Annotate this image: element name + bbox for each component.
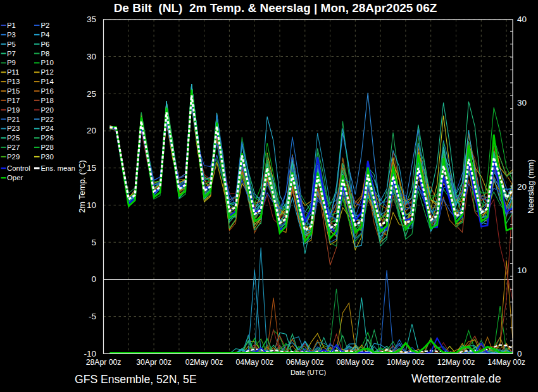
svg-text:Oper: Oper — [7, 174, 23, 181]
svg-text:P27: P27 — [7, 144, 20, 151]
svg-text:P12: P12 — [41, 68, 54, 76]
svg-text:20: 20 — [517, 182, 527, 192]
svg-text:P25: P25 — [7, 134, 20, 142]
svg-text:12May 00z: 12May 00z — [437, 358, 475, 367]
svg-text:Neerslag (mm): Neerslag (mm) — [526, 159, 535, 214]
svg-text:P15: P15 — [7, 87, 20, 95]
svg-text:P22: P22 — [41, 116, 54, 123]
svg-text:P9: P9 — [7, 59, 16, 66]
svg-text:-10: -10 — [84, 349, 96, 358]
svg-text:P10: P10 — [41, 59, 54, 66]
svg-text:P19: P19 — [7, 106, 20, 114]
svg-text:Control: Control — [7, 164, 30, 172]
svg-text:P23: P23 — [7, 125, 20, 132]
svg-text:GFS Ensemble, 52N, 5E: GFS Ensemble, 52N, 5E — [75, 373, 197, 386]
svg-text:De Bilt (NL) 2m Temp. & Neer: De Bilt (NL) 2m Temp. & Neerslag | Mon, … — [114, 1, 437, 15]
svg-text:28Apr 00z: 28Apr 00z — [86, 358, 122, 367]
svg-text:P3: P3 — [7, 31, 16, 39]
svg-text:20: 20 — [87, 126, 96, 135]
svg-text:40: 40 — [517, 15, 527, 24]
svg-text:14May 00z: 14May 00z — [487, 358, 525, 367]
svg-text:08May 00z: 08May 00z — [337, 358, 375, 367]
svg-text:P5: P5 — [7, 40, 16, 48]
svg-text:P1: P1 — [7, 21, 16, 29]
svg-text:30: 30 — [87, 52, 96, 61]
svg-text:2m Temp. (°C): 2m Temp. (°C) — [77, 160, 87, 213]
svg-text:P2: P2 — [41, 21, 50, 29]
svg-text:35: 35 — [87, 15, 96, 24]
svg-text:P29: P29 — [7, 153, 20, 161]
svg-text:Wetterzentrale.de: Wetterzentrale.de — [411, 372, 501, 385]
svg-text:P20: P20 — [41, 106, 54, 114]
svg-text:06May 00z: 06May 00z — [286, 358, 324, 367]
svg-text:30: 30 — [517, 98, 527, 107]
svg-text:15: 15 — [87, 163, 96, 173]
svg-text:P24: P24 — [41, 125, 54, 132]
svg-text:10: 10 — [87, 200, 96, 210]
svg-text:P28: P28 — [41, 144, 54, 151]
svg-text:P4: P4 — [41, 31, 50, 39]
svg-text:0: 0 — [517, 349, 522, 358]
svg-text:30Apr 00z: 30Apr 00z — [136, 358, 172, 367]
svg-text:P6: P6 — [41, 40, 50, 48]
svg-text:P26: P26 — [41, 134, 54, 142]
svg-text:P11: P11 — [7, 68, 19, 76]
svg-text:Date (UTC): Date (UTC) — [291, 369, 326, 376]
svg-text:P21: P21 — [7, 116, 20, 123]
svg-text:P14: P14 — [41, 78, 54, 85]
svg-text:25: 25 — [87, 89, 96, 99]
svg-text:P17: P17 — [7, 97, 20, 104]
svg-text:P16: P16 — [41, 87, 54, 95]
svg-text:0: 0 — [91, 274, 96, 284]
svg-text:5: 5 — [91, 238, 96, 247]
svg-text:-5: -5 — [89, 312, 96, 321]
svg-text:P30: P30 — [41, 153, 54, 161]
svg-text:04May 00z: 04May 00z — [235, 358, 273, 367]
svg-text:02May 00z: 02May 00z — [185, 358, 223, 367]
svg-text:Ens. mean: Ens. mean — [41, 164, 75, 172]
svg-text:P18: P18 — [41, 97, 54, 104]
svg-text:P7: P7 — [7, 50, 16, 58]
svg-text:P8: P8 — [41, 50, 50, 58]
svg-text:P13: P13 — [7, 78, 20, 85]
svg-text:10: 10 — [517, 266, 527, 275]
svg-text:10May 00z: 10May 00z — [387, 358, 425, 367]
